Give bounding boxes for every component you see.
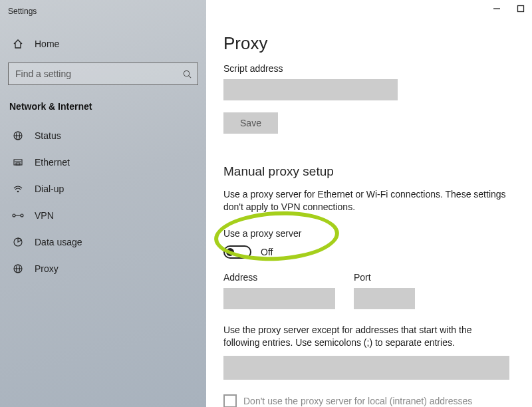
search-container [8, 63, 198, 85]
exceptions-description: Use the proxy server except for addresse… [223, 324, 509, 349]
home-icon [12, 39, 24, 49]
svg-point-13 [13, 214, 15, 217]
vpn-icon [12, 211, 24, 219]
manual-proxy-heading: Manual proxy setup [223, 164, 515, 179]
use-proxy-toggle[interactable] [223, 245, 251, 259]
svg-point-12 [17, 191, 19, 193]
sidebar-item-vpn[interactable]: VPN [0, 202, 206, 229]
use-proxy-label: Use a proxy server [223, 228, 515, 239]
sidebar-item-label: VPN [35, 210, 54, 221]
bypass-local-label: Don't use the proxy server for local (in… [243, 396, 472, 406]
sidebar-item-label: Data usage [35, 237, 82, 247]
use-proxy-state: Off [261, 247, 273, 257]
bypass-local-checkbox[interactable] [223, 394, 237, 407]
sidebar-item-dialup[interactable]: Dial-up [0, 176, 206, 202]
svg-line-1 [189, 75, 191, 77]
search-box[interactable] [8, 63, 198, 85]
maximize-button[interactable] [516, 4, 525, 13]
port-input[interactable] [354, 288, 415, 309]
sidebar-nav: Status Ethernet Dial-up VPN Data usage [0, 118, 206, 282]
address-label: Address [223, 272, 335, 283]
sidebar-item-label: Ethernet [35, 157, 70, 168]
address-input[interactable] [223, 288, 335, 309]
ethernet-icon [12, 157, 24, 168]
svg-rect-6 [16, 163, 20, 165]
page-title: Proxy [223, 33, 515, 54]
svg-point-14 [21, 214, 23, 217]
manual-proxy-description: Use a proxy server for Ethernet or Wi-Fi… [223, 188, 509, 213]
search-icon [182, 69, 192, 79]
datausage-icon [12, 237, 24, 247]
dialup-icon [12, 184, 24, 194]
sidebar-item-label: Proxy [35, 263, 59, 274]
main-content: Proxy Script address Save Manual proxy s… [206, 0, 532, 407]
use-proxy-block: Use a proxy server Off [223, 228, 515, 259]
minimize-button[interactable] [492, 4, 501, 13]
nav-home-label: Home [35, 39, 59, 49]
sidebar-item-ethernet[interactable]: Ethernet [0, 149, 206, 176]
search-input[interactable] [15, 68, 182, 79]
port-label: Port [354, 272, 415, 283]
proxy-icon [12, 263, 24, 274]
sidebar-item-datausage[interactable]: Data usage [0, 229, 206, 255]
globe-icon [12, 130, 24, 141]
sidebar-item-status[interactable]: Status [0, 122, 206, 149]
sidebar-item-label: Status [35, 130, 61, 141]
script-address-label: Script address [223, 63, 515, 74]
sidebar-item-label: Dial-up [35, 184, 64, 194]
app-name: Settings [0, 7, 206, 16]
script-address-input[interactable] [223, 79, 398, 100]
exceptions-input[interactable] [223, 356, 509, 380]
sidebar-section-title: Network & Internet [0, 85, 206, 118]
svg-rect-21 [518, 6, 524, 12]
sidebar-item-proxy[interactable]: Proxy [0, 255, 206, 282]
svg-point-0 [184, 70, 189, 76]
window-controls [492, 4, 525, 13]
sidebar: Settings Home Network & Internet Status … [0, 0, 206, 407]
nav-home[interactable]: Home [0, 29, 206, 59]
toggle-knob [226, 248, 234, 256]
save-button[interactable]: Save [223, 112, 278, 134]
